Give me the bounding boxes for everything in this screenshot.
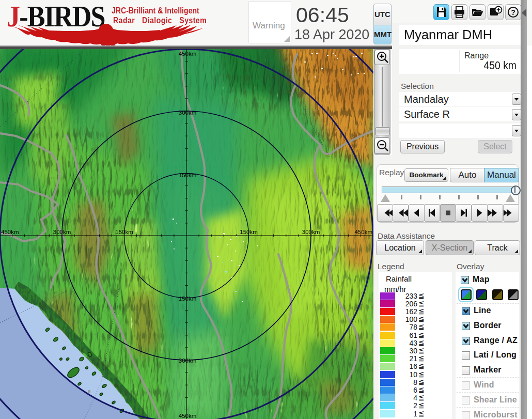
svg-text:450km: 450km (1, 229, 19, 235)
svg-text:150km: 150km (240, 229, 258, 235)
svg-text:450km: 450km (179, 413, 197, 419)
svg-text:450km: 450km (354, 229, 372, 235)
svg-text:?: ? (511, 8, 515, 17)
svg-text:300km: 300km (179, 110, 197, 116)
svg-text:150km: 150km (179, 296, 197, 302)
svg-text:150km: 150km (179, 172, 197, 178)
svg-text:150km: 150km (115, 229, 133, 235)
svg-text:300km: 300km (302, 229, 320, 235)
svg-text:450km: 450km (179, 51, 197, 57)
svg-text:300km: 300km (179, 358, 197, 364)
svg-text:300km: 300km (53, 229, 71, 235)
